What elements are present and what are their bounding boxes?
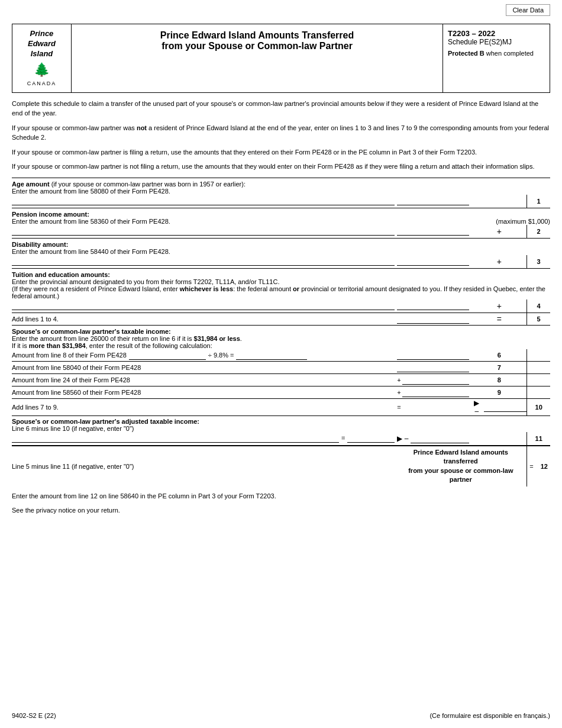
line5-number: 5 — [527, 313, 550, 325]
line2-input-row: + 2 — [12, 225, 550, 239]
line5-op: = — [471, 313, 527, 325]
logo-line4: CANADA — [27, 80, 57, 88]
line3-row: Disability amount: Enter the amount from… — [12, 238, 550, 255]
line2-input[interactable] — [397, 226, 469, 236]
logo-line3: Island — [27, 49, 57, 59]
line1-number: 1 — [527, 195, 550, 208]
french-note: (Ce formulaire est disponible en françai… — [429, 712, 550, 719]
form-code: 9402-S2 E (22) — [12, 712, 56, 719]
line1-input-underline[interactable] — [12, 196, 395, 205]
line4-input-row: + 4 — [12, 299, 550, 313]
spouse-income-more: If it is more than $31,984, enter the re… — [12, 342, 212, 349]
form-id-box: T2203 – 2022 Schedule PE(S2)MJ Protected… — [443, 24, 550, 92]
spouse-income-header: Spouse's or common-law partner's taxable… — [12, 325, 550, 349]
line1-input[interactable] — [397, 196, 469, 205]
logo-line1: Prince — [27, 29, 57, 39]
logo-line2: Edward — [27, 39, 57, 49]
intro-section: Complete this schedule to claim a transf… — [12, 99, 550, 172]
pension-label: Pension income amount: — [12, 211, 89, 218]
line1-input-row: 1 — [12, 195, 550, 208]
spouse-income-label: Spouse's or common-law partner's taxable… — [12, 328, 171, 335]
line3-input-row: + 3 — [12, 255, 550, 269]
tuition-instruction: Enter the provincial amount designated t… — [12, 278, 279, 285]
line2-row: Pension income amount: Enter the amount … — [12, 208, 550, 225]
pension-max: (maximum $1,000) — [496, 218, 550, 225]
schedule-name: Schedule PE(S2)MJ — [448, 38, 545, 46]
intro-p3: If your spouse or common-law partner is … — [12, 147, 550, 157]
age-condition: (if your spouse or common-law partner wa… — [51, 181, 246, 188]
pei-crest-icon: 🌲 — [27, 62, 57, 79]
spouse-income-instruction: Enter the amount from line 26000 of thei… — [12, 335, 242, 342]
page-footer: 9402-S2 E (22) (Ce formulaire est dispon… — [12, 357, 550, 719]
line4-row: Tuition and education amounts: Enter the… — [12, 268, 550, 299]
intro-p4: If your spouse or common-law partner is … — [12, 162, 550, 172]
line2-op: + — [471, 225, 527, 239]
tuition-note: (If they were not a resident of Prince E… — [12, 285, 545, 299]
line4-input[interactable] — [397, 301, 469, 310]
line3-op: + — [471, 255, 527, 269]
logo-box: Prince Edward Island 🌲 CANADA — [12, 24, 72, 92]
pension-instruction: Enter the amount from line 58360 of thei… — [12, 218, 170, 225]
intro-p1: Complete this schedule to claim a transf… — [12, 99, 550, 118]
disability-label: Disability amount: — [12, 241, 68, 248]
line2-number: 2 — [527, 225, 550, 239]
tuition-label: Tuition and education amounts: — [12, 271, 110, 278]
line3-input[interactable] — [397, 256, 469, 266]
age-instruction: Enter the amount from line 58080 of thei… — [12, 188, 170, 195]
line5-row: Add lines 1 to 4. = 5 — [12, 313, 550, 325]
disability-instruction: Enter the amount from line 58440 of thei… — [12, 248, 170, 255]
line4-op: + — [471, 299, 527, 313]
intro-p2: If your spouse or common-law partner was… — [12, 123, 550, 143]
form-title-line2: from your Spouse or Common-law Partner — [77, 41, 437, 51]
line3-number: 3 — [527, 255, 550, 269]
form-title-line1: Prince Edward Island Amounts Transferred — [77, 30, 437, 41]
age-amount-label: Age amount — [12, 181, 50, 188]
form-title-box: Prince Edward Island Amounts Transferred… — [72, 24, 443, 92]
form-number: T2203 – 2022 — [448, 29, 545, 38]
add-lines-label: Add lines 1 to 4. — [12, 315, 59, 323]
line4-number: 4 — [527, 299, 550, 313]
line1-row: Age amount (if your spouse or common-law… — [12, 178, 550, 195]
line5-input[interactable] — [397, 314, 469, 324]
protected-label: Protected B when completed — [448, 50, 545, 57]
clear-data-button[interactable]: Clear Data — [506, 4, 550, 16]
